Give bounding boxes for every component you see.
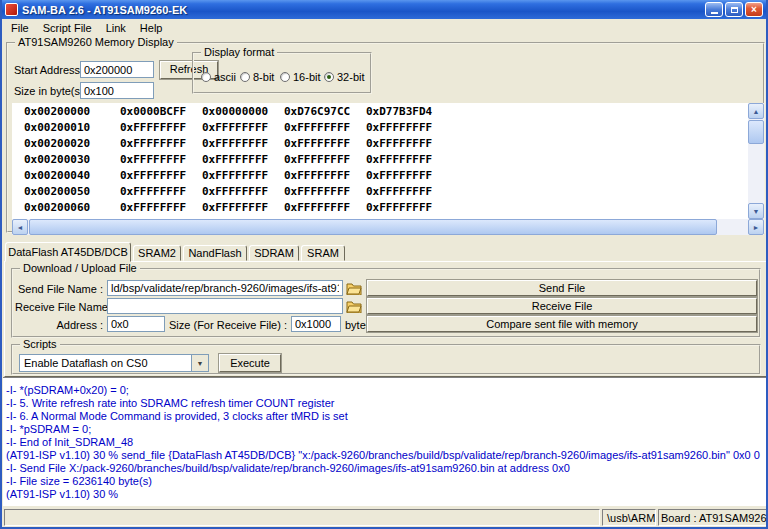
- log-line: -I- Send File X:/pack-9260/branches/buil…: [6, 462, 766, 475]
- horizontal-scroll-thumb[interactable]: [29, 219, 717, 235]
- scroll-left-icon[interactable]: ◄: [12, 219, 28, 235]
- start-address-label: Start Address :: [14, 64, 86, 76]
- maximize-icon: [731, 7, 738, 13]
- memory-value: 0xD77B3FD4: [366, 104, 432, 120]
- radio-16bit-label: 16-bit: [293, 71, 321, 83]
- start-address-input[interactable]: [80, 61, 154, 78]
- memory-value: 0xFFFFFFFF: [366, 120, 432, 136]
- size-in-bytes-input[interactable]: [80, 82, 154, 99]
- size-in-bytes-label: Size in byte(s) :: [14, 85, 90, 97]
- radio-ascii-dot: [201, 72, 211, 82]
- memory-address: 0x00200040: [24, 168, 90, 184]
- memory-value: 0xFFFFFFFF: [366, 184, 432, 200]
- memory-value: 0x00000000: [202, 104, 268, 120]
- memory-value: 0xFFFFFFFF: [120, 152, 186, 168]
- log-line: -I- 6. A Normal Mode Command is provided…: [6, 410, 766, 423]
- memory-value: 0xFFFFFFFF: [366, 136, 432, 152]
- memory-value: 0xFFFFFFFF: [202, 120, 268, 136]
- radio-32bit[interactable]: 32-bit: [324, 71, 365, 83]
- folder-open-icon: [346, 300, 362, 313]
- memory-value: 0xFFFFFFFF: [284, 168, 350, 184]
- memory-address: 0x00200050: [24, 184, 90, 200]
- execute-button[interactable]: Execute: [219, 354, 281, 372]
- send-file-button[interactable]: Send File: [367, 280, 757, 296]
- maximize-button[interactable]: [725, 2, 743, 17]
- minimize-icon: [711, 12, 718, 14]
- title-bar[interactable]: SAM-BA 2.6 - AT91SAM9260-EK ×: [2, 0, 766, 19]
- browse-receive-file-button[interactable]: [345, 298, 363, 314]
- send-file-name-label: Send File Name :: [15, 283, 103, 295]
- browse-send-file-button[interactable]: [345, 280, 363, 296]
- radio-32bit-label: 32-bit: [337, 71, 365, 83]
- send-file-name-input[interactable]: [107, 280, 343, 296]
- scroll-up-icon[interactable]: ▲: [748, 103, 764, 119]
- size-for-receive-label: Size (For Receive File) :: [169, 319, 287, 331]
- log-console: -I- *(pSDRAM+0x20) = 0; -I- 5. Write ref…: [3, 377, 768, 506]
- receive-file-button[interactable]: Receive File: [367, 298, 757, 314]
- memory-vertical-scrollbar[interactable]: ▲ ▼: [748, 103, 764, 219]
- chevron-down-icon[interactable]: ▼: [191, 355, 208, 371]
- status-board-panel: Board : AT91SAM9260-EK: [658, 509, 768, 526]
- memory-value: 0xFFFFFFFF: [202, 168, 268, 184]
- radio-8bit-label: 8-bit: [253, 71, 274, 83]
- scripts-group: Scripts Enable Dataflash on CS0 ▼ Execut…: [11, 344, 761, 375]
- menu-bar: File Script File Link Help: [2, 19, 766, 37]
- memory-value: 0xFFFFFFFF: [120, 168, 186, 184]
- menu-link[interactable]: Link: [100, 20, 134, 36]
- memory-value: 0xD76C97CC: [284, 104, 350, 120]
- tab-sram[interactable]: SRAM: [301, 245, 345, 261]
- radio-ascii[interactable]: ascii: [201, 71, 236, 83]
- samba-window: SAM-BA 2.6 - AT91SAM9260-EK × File Scrip…: [0, 0, 768, 529]
- scroll-right-icon[interactable]: ►: [748, 219, 764, 235]
- memory-address: 0x00200000: [24, 104, 90, 120]
- memory-horizontal-scrollbar[interactable]: ◄ ►: [12, 219, 764, 235]
- log-line: -I- 5. Write refresh rate into SDRAMC re…: [6, 397, 766, 410]
- minimize-button[interactable]: [705, 2, 723, 17]
- download-upload-group-title: Download / Upload File: [20, 262, 140, 274]
- memory-address: 0x00200010: [24, 120, 90, 136]
- table-row: 0x00200010 0xFFFFFFFF 0xFFFFFFFF 0xFFFFF…: [12, 120, 748, 136]
- memory-value: 0xFFFFFFFF: [202, 152, 268, 168]
- memory-display-group: AT91SAM9260 Memory Display Start Address…: [6, 42, 765, 233]
- size-for-receive-input[interactable]: [291, 316, 341, 332]
- receive-file-name-input[interactable]: [107, 298, 343, 314]
- table-row: 0x00200050 0xFFFFFFFF 0xFFFFFFFF 0xFFFFF…: [12, 184, 748, 200]
- tab-nandflash[interactable]: NandFlash: [183, 245, 247, 261]
- status-bar: \usb\ARM0 Board : AT91SAM9260-EK: [2, 506, 766, 529]
- log-line: -I- End of Init_SDRAM_48: [6, 436, 766, 449]
- memory-value: 0xFFFFFFFF: [202, 136, 268, 152]
- memory-value: 0xFFFFFFFF: [366, 168, 432, 184]
- memory-value: 0xFFFFFFFF: [120, 120, 186, 136]
- script-select[interactable]: Enable Dataflash on CS0 ▼: [19, 354, 209, 372]
- scroll-down-icon[interactable]: ▼: [748, 203, 764, 219]
- tab-dataflash-at45db[interactable]: DataFlash AT45DB/DCB: [5, 242, 131, 262]
- memory-value: 0xFFFFFFFF: [284, 184, 350, 200]
- tab-sdram[interactable]: SDRAM: [249, 245, 299, 261]
- log-line: (AT91-ISP v1.10) 30 % send_file {DataFla…: [6, 449, 766, 462]
- compare-file-memory-button[interactable]: Compare sent file with memory: [367, 316, 757, 332]
- memory-value: 0xFFFFFFFF: [366, 152, 432, 168]
- radio-16bit[interactable]: 16-bit: [280, 71, 321, 83]
- table-row: 0x00200000 0x0000BCFF 0x00000000 0xD76C9…: [12, 104, 748, 120]
- vertical-scroll-thumb[interactable]: [748, 120, 764, 144]
- tab-sram2[interactable]: SRAM2: [133, 245, 181, 261]
- scripts-group-title: Scripts: [20, 338, 60, 350]
- menu-file[interactable]: File: [5, 20, 37, 36]
- dataflash-tab-panel: Download / Upload File Send File Name : …: [4, 261, 768, 377]
- memory-display-group-title: AT91SAM9260 Memory Display: [15, 36, 177, 48]
- memory-value: 0xFFFFFFFF: [202, 200, 268, 216]
- memory-address: 0x00200020: [24, 136, 90, 152]
- folder-open-icon: [346, 282, 362, 295]
- close-button[interactable]: ×: [745, 2, 763, 17]
- menu-script-file[interactable]: Script File: [37, 20, 100, 36]
- memory-address: 0x00200030: [24, 152, 90, 168]
- radio-32bit-dot: [324, 72, 334, 82]
- address-label: Address :: [15, 319, 103, 331]
- address-input[interactable]: [107, 316, 165, 332]
- memory-value: 0xFFFFFFFF: [284, 200, 350, 216]
- close-icon: ×: [751, 5, 757, 15]
- menu-help[interactable]: Help: [134, 20, 171, 36]
- table-row: 0x00200030 0xFFFFFFFF 0xFFFFFFFF 0xFFFFF…: [12, 152, 748, 168]
- window-title: SAM-BA 2.6 - AT91SAM9260-EK: [22, 4, 705, 16]
- radio-8bit[interactable]: 8-bit: [240, 71, 274, 83]
